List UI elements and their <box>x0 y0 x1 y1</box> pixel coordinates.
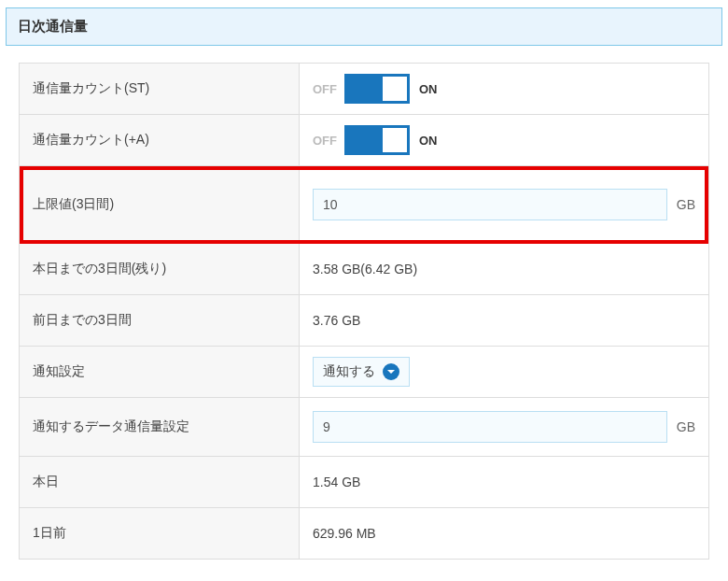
label-today: 本日 <box>20 457 300 507</box>
row-count-st: 通信量カウント(ST) OFF ON <box>20 64 708 115</box>
row-remain: 本日までの3日間(残り) 3.58 GB(6.42 GB) <box>20 244 708 295</box>
notify-select[interactable]: 通知する <box>313 357 410 387</box>
row-prev3: 前日までの3日間 3.76 GB <box>20 295 708 347</box>
value-notify: 通知する <box>300 347 708 397</box>
row-today: 本日 1.54 GB <box>20 457 708 508</box>
label-count-st: 通信量カウント(ST) <box>20 64 300 114</box>
value-prev3: 3.76 GB <box>300 295 708 346</box>
label-prev3: 前日までの3日間 <box>20 295 300 346</box>
value-remain: 3.58 GB(6.42 GB) <box>300 244 708 294</box>
value-today: 1.54 GB <box>300 457 708 507</box>
label-limit: 上限値(3日間) <box>20 166 300 243</box>
notify-select-text: 通知する <box>323 363 375 380</box>
row-yesterday: 1日前 629.96 MB <box>20 508 708 559</box>
settings-table: 通信量カウント(ST) OFF ON 通信量カウント(+A) OFF <box>19 63 709 560</box>
limit-input[interactable] <box>313 189 667 220</box>
toggle-count-st[interactable] <box>344 74 410 104</box>
label-notify: 通知設定 <box>20 347 300 397</box>
label-yesterday: 1日前 <box>20 508 300 559</box>
value-yesterday: 629.96 MB <box>300 508 708 559</box>
label-remain: 本日までの3日間(残り) <box>20 244 300 294</box>
toggle-count-a[interactable] <box>344 125 410 155</box>
value-notify-amt: GB <box>300 398 708 456</box>
page-title: 日次通信量 <box>6 7 722 46</box>
value-limit: GB <box>300 166 708 243</box>
toggle-on-text: ON <box>419 134 438 148</box>
toggle-knob-icon <box>383 128 407 152</box>
limit-unit: GB <box>677 197 695 212</box>
toggle-off-text: OFF <box>313 134 337 148</box>
label-count-a: 通信量カウント(+A) <box>20 115 300 165</box>
row-limit: 上限値(3日間) GB <box>20 166 708 244</box>
toggle-knob-icon <box>383 77 407 101</box>
value-count-st: OFF ON <box>300 64 708 114</box>
row-notify-amt: 通知するデータ通信量設定 GB <box>20 398 708 457</box>
label-notify-amt: 通知するデータ通信量設定 <box>20 398 300 456</box>
toggle-off-text: OFF <box>313 82 337 96</box>
row-count-a: 通信量カウント(+A) OFF ON <box>20 115 708 166</box>
chevron-down-icon <box>383 363 399 380</box>
toggle-on-text: ON <box>419 82 438 96</box>
notify-amount-unit: GB <box>677 419 695 434</box>
notify-amount-input[interactable] <box>313 411 667 443</box>
value-count-a: OFF ON <box>300 115 708 165</box>
row-notify: 通知設定 通知する <box>20 347 708 398</box>
